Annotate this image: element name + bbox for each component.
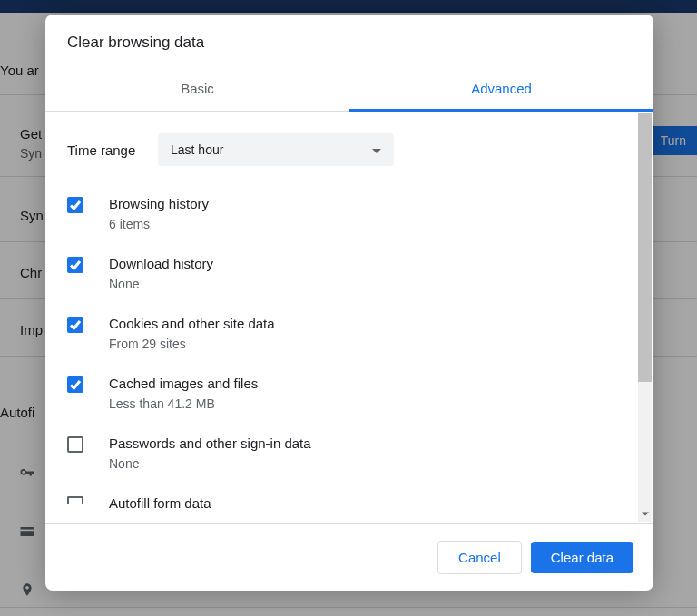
item-cookies[interactable]: Cookies and other site data From 29 site… [67, 304, 632, 364]
time-range-label: Time range [67, 142, 158, 158]
checkbox-download-history[interactable] [67, 257, 83, 273]
tab-basic[interactable]: Basic [45, 68, 349, 111]
dialog-title: Clear browsing data [45, 15, 653, 68]
item-sub: Less than 41.2 MB [109, 394, 258, 414]
time-range-value: Last hour [171, 142, 223, 157]
item-sub: None [109, 274, 213, 294]
item-label: Browsing history [109, 194, 209, 214]
cancel-button[interactable]: Cancel [437, 541, 522, 574]
tab-advanced[interactable]: Advanced [349, 68, 653, 111]
item-cached-images[interactable]: Cached images and files Less than 41.2 M… [67, 364, 632, 424]
checkbox-cached-images[interactable] [67, 376, 83, 393]
item-sub: None [109, 454, 311, 474]
tabs: Basic Advanced [45, 68, 653, 112]
dialog-footer: Cancel Clear data [45, 524, 653, 591]
chevron-down-icon [372, 142, 381, 157]
item-browsing-history[interactable]: Browsing history 6 items [67, 184, 632, 244]
item-label: Cached images and files [109, 374, 258, 394]
item-download-history[interactable]: Download history None [67, 244, 632, 304]
checkbox-passwords[interactable] [67, 436, 83, 453]
clear-browsing-data-dialog: Clear browsing data Basic Advanced Time … [45, 15, 653, 591]
item-label: Autofill form data [109, 494, 211, 513]
item-passwords[interactable]: Passwords and other sign-in data None [67, 424, 632, 484]
time-range-select[interactable]: Last hour [158, 133, 394, 166]
scrollbar[interactable] [638, 113, 652, 522]
dialog-body: Time range Last hour Browsing history 6 … [45, 112, 653, 523]
item-sub: From 29 sites [109, 334, 275, 354]
checkbox-cookies[interactable] [67, 317, 83, 333]
checkbox-browsing-history[interactable] [67, 197, 83, 213]
item-label: Cookies and other site data [109, 314, 275, 334]
item-sub: 6 items [109, 214, 209, 234]
checkbox-autofill[interactable] [67, 496, 83, 504]
clear-data-button[interactable]: Clear data [531, 542, 633, 573]
item-autofill[interactable]: Autofill form data [67, 484, 632, 523]
clear-items-list: Browsing history 6 items Download histor… [67, 184, 632, 523]
item-label: Passwords and other sign-in data [109, 434, 311, 454]
item-label: Download history [109, 254, 213, 274]
scrollbar-thumb[interactable] [638, 113, 652, 382]
scroll-down-icon[interactable] [638, 507, 652, 522]
time-range-row: Time range Last hour [67, 112, 632, 184]
